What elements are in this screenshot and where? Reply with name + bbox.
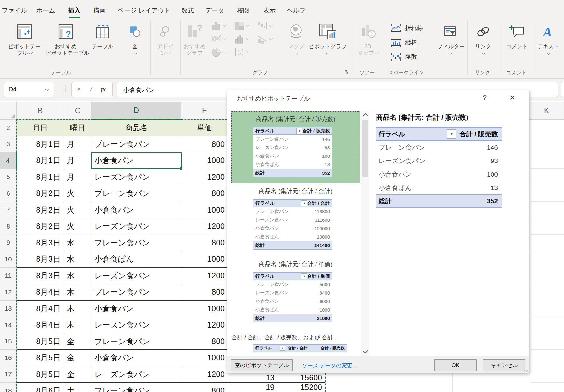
- cell-e9[interactable]: 800: [181, 235, 228, 251]
- cell-e17[interactable]: 1200: [181, 366, 228, 383]
- row-header-8[interactable]: 8: [0, 218, 17, 235]
- column-header-e[interactable]: E: [181, 102, 228, 120]
- cell-d6[interactable]: プレーン食パン: [91, 185, 181, 202]
- cell-d12[interactable]: プレーン食パン: [91, 284, 181, 301]
- filter-button[interactable]: フィルター: [437, 20, 462, 54]
- column-header-b[interactable]: B: [17, 102, 64, 120]
- scatter-chart-button[interactable]: [234, 47, 251, 58]
- column-header-d[interactable]: D: [91, 102, 181, 120]
- scrollbar[interactable]: [361, 111, 369, 356]
- cancel-entry-icon[interactable]: ×: [77, 85, 81, 93]
- cell-e16[interactable]: 1000: [181, 350, 228, 366]
- cell-c17[interactable]: 金: [64, 366, 91, 383]
- cell-c7[interactable]: 火: [64, 202, 91, 219]
- line-chart-button[interactable]: [211, 34, 228, 44]
- scroll-down-icon[interactable]: [363, 348, 368, 353]
- cell-b6[interactable]: 8月2日: [17, 185, 64, 202]
- dropdown-icon[interactable]: ▼: [296, 128, 302, 134]
- comment-button[interactable]: コメント: [504, 20, 530, 50]
- mini-pivot-table[interactable]: 行ラベル▼合計 / 販売数プレーン食パン146レーズン食パン93小倉食パン100…: [253, 127, 332, 177]
- cell-e12[interactable]: 800: [181, 284, 228, 301]
- row-header-5[interactable]: 5: [0, 169, 17, 186]
- scroll-up-icon[interactable]: [363, 113, 368, 119]
- dropdown-icon[interactable]: ▼: [280, 346, 285, 351]
- cell-b11[interactable]: 8月3日: [17, 268, 64, 284]
- cell-b3[interactable]: 8月1日: [17, 136, 64, 153]
- cell-c18[interactable]: 土: [64, 383, 91, 392]
- cell-b8[interactable]: 8月2日: [17, 218, 64, 235]
- column-header-c[interactable]: C: [64, 102, 91, 120]
- ribbon-tab[interactable]: ファイル: [2, 6, 27, 15]
- ribbon-tab[interactable]: ページ レイアウト: [118, 6, 171, 15]
- sparkline-column-button[interactable]: 縦棒: [390, 38, 417, 47]
- cell-e5[interactable]: 1200: [181, 169, 228, 186]
- cell-f17[interactable]: 13: [228, 373, 278, 383]
- pivot-thumbnail-partial[interactable]: 行ラベル▼合計 / 合計合計 / 販売数: [253, 344, 347, 352]
- cell-b5[interactable]: 8月1日: [17, 169, 64, 186]
- cell-b15[interactable]: 8月5日: [17, 333, 64, 350]
- row-header-13[interactable]: 13: [0, 301, 17, 317]
- histogram-chart-button[interactable]: [234, 34, 251, 44]
- sparkline-winloss-button[interactable]: 勝敗: [390, 53, 417, 61]
- row-header-4[interactable]: 4: [0, 152, 17, 169]
- row-header-18[interactable]: 18: [0, 383, 17, 392]
- cell-e4[interactable]: 1000: [181, 152, 228, 169]
- row-header-17[interactable]: 17: [0, 366, 17, 383]
- cell-d8[interactable]: レーズン食パン: [91, 218, 181, 235]
- pie-chart-button[interactable]: [211, 47, 228, 58]
- pivot-table-button[interactable]: ピボットテー ブル: [6, 20, 43, 56]
- cell-e13[interactable]: 1000: [181, 301, 228, 317]
- cell-b9[interactable]: 8月3日: [17, 235, 64, 251]
- cell-d3[interactable]: プレーン食パン: [91, 136, 181, 153]
- ribbon-tab[interactable]: ヘルプ: [286, 6, 306, 15]
- cell-e6[interactable]: 800: [181, 185, 228, 202]
- ribbon-tab[interactable]: 描画: [93, 6, 106, 15]
- cell-b4[interactable]: 8月1日: [17, 152, 64, 169]
- cell-d9[interactable]: プレーン食パン: [91, 235, 181, 251]
- cell-d17[interactable]: レーズン食パン: [91, 366, 181, 383]
- cell-e14[interactable]: 1200: [181, 317, 228, 333]
- row-header-15[interactable]: 15: [0, 333, 17, 350]
- cell-b7[interactable]: 8月2日: [17, 202, 64, 219]
- row-header-3[interactable]: 3: [0, 136, 17, 153]
- cell-d18[interactable]: プレーン食パン: [91, 383, 181, 392]
- ok-button[interactable]: OK: [434, 359, 477, 371]
- recommended-charts-button[interactable]: ? おすすめ グラフ: [182, 20, 207, 56]
- cell-d5[interactable]: レーズン食パン: [91, 169, 181, 186]
- cell-c6[interactable]: 火: [64, 185, 91, 202]
- cell-g18[interactable]: 15200: [278, 383, 325, 392]
- recommended-pivot-button[interactable]: ? おすすめ ピボットテーブル: [46, 20, 86, 56]
- cell-c16[interactable]: 金: [64, 350, 91, 366]
- row-header-11[interactable]: 11: [0, 268, 17, 284]
- waterfall-chart-button[interactable]: [257, 21, 274, 31]
- row-header-9[interactable]: 9: [0, 235, 17, 251]
- cell-c14[interactable]: 木: [64, 317, 91, 333]
- cell-d14[interactable]: レーズン食パン: [91, 317, 181, 333]
- cell-d11[interactable]: レーズン食パン: [91, 268, 181, 284]
- mini-pivot-table[interactable]: 行ラベル▼合計 / 単価プレーン食パン5600レーズン食パン8400小倉食パン6…: [253, 272, 332, 322]
- cell-e3[interactable]: 800: [181, 136, 228, 153]
- cell-d7[interactable]: 小倉食パン: [91, 202, 181, 219]
- row-header-16[interactable]: 16: [0, 350, 17, 366]
- header-cell[interactable]: 単価: [181, 120, 228, 136]
- dropdown-icon[interactable]: ▼: [301, 200, 307, 206]
- cell-e10[interactable]: 1000: [181, 251, 228, 268]
- row-header-10[interactable]: 10: [0, 251, 17, 268]
- row-header-2[interactable]: 2: [0, 120, 17, 136]
- cell-b14[interactable]: 8月4日: [17, 317, 64, 333]
- cell-c5[interactable]: 月: [64, 169, 91, 186]
- cell-b18[interactable]: 8月6日: [17, 383, 64, 392]
- cell-b17[interactable]: 8月5日: [17, 366, 64, 383]
- row-header-7[interactable]: 7: [0, 202, 17, 219]
- ribbon-tab[interactable]: 挿入: [68, 6, 81, 15]
- header-cell[interactable]: 曜日: [64, 120, 91, 136]
- dialog-help-button[interactable]: ?: [478, 93, 491, 103]
- cell-e11[interactable]: 1200: [181, 268, 228, 284]
- cell-c11[interactable]: 水: [64, 268, 91, 284]
- hierarchy-chart-button[interactable]: [234, 21, 251, 31]
- mini-pivot-table[interactable]: 行ラベル▼合計 / 合計プレーン食パン116800レーズン食パン111600小倉…: [253, 199, 332, 250]
- row-header-6[interactable]: 6: [0, 185, 17, 202]
- change-source-link[interactable]: ソース データの変更...: [302, 362, 357, 369]
- addins-button[interactable]: アドイ ン: [154, 20, 177, 56]
- cell-c4[interactable]: 月: [64, 152, 91, 169]
